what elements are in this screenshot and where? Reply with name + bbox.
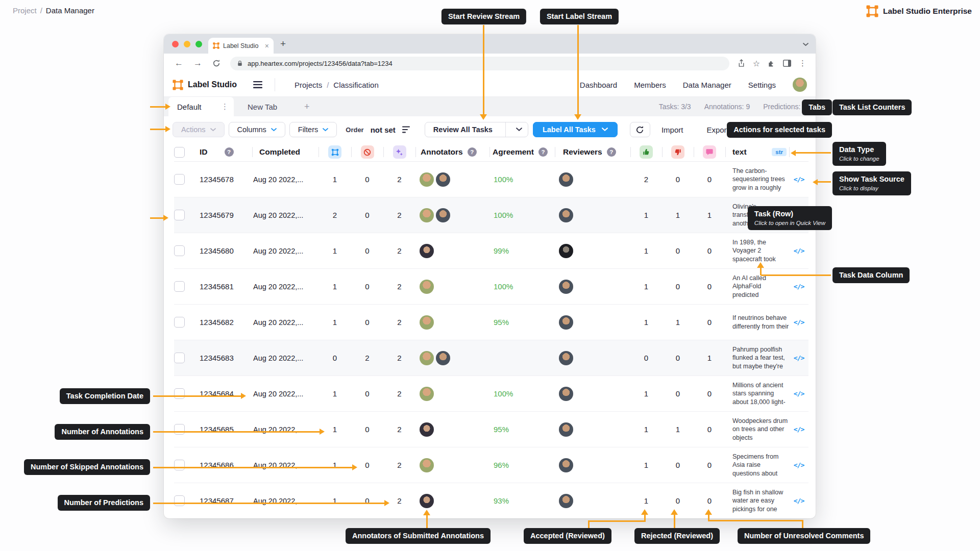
address-bar[interactable]: app.heartex.com/projects/123456/data?tab… bbox=[230, 57, 729, 70]
table-row[interactable]: 12345681Aug 20 2022,...102100%100An AI c… bbox=[174, 269, 808, 305]
nav-settings[interactable]: Settings bbox=[748, 81, 776, 89]
task-source-icon[interactable]: </> bbox=[794, 176, 804, 183]
avatar[interactable] bbox=[559, 315, 573, 330]
task-source-icon[interactable]: </> bbox=[794, 461, 804, 469]
nav-dashboard[interactable]: Dashboard bbox=[580, 81, 617, 89]
col-text-label[interactable]: text bbox=[732, 147, 747, 157]
sort-order-icon[interactable] bbox=[402, 126, 412, 133]
row-checkbox[interactable] bbox=[174, 353, 185, 363]
columns-dropdown[interactable]: Columns bbox=[229, 122, 285, 137]
table-row[interactable]: 12345686Aug 20 2022,...10296%100Specimen… bbox=[174, 447, 808, 483]
order-value[interactable]: not set bbox=[371, 126, 396, 134]
table-row[interactable]: 12345679Aug 20 2022,...202100%111Olivine… bbox=[174, 197, 808, 233]
avatar[interactable] bbox=[559, 422, 573, 437]
avatar[interactable] bbox=[420, 387, 434, 401]
col-agreement-label[interactable]: Agreement bbox=[493, 147, 534, 157]
browser-tab[interactable]: Label Studio × bbox=[208, 38, 274, 54]
row-checkbox[interactable] bbox=[174, 317, 185, 328]
user-avatar[interactable] bbox=[793, 78, 807, 92]
nav-members[interactable]: Members bbox=[634, 81, 666, 89]
browser-menu-icon[interactable]: ⋮ bbox=[799, 59, 806, 68]
tab-new-tab[interactable]: New Tab bbox=[234, 97, 291, 116]
row-checkbox[interactable] bbox=[174, 495, 185, 506]
avatar[interactable] bbox=[436, 351, 450, 365]
avatar[interactable] bbox=[420, 172, 434, 187]
avatar[interactable] bbox=[559, 208, 573, 222]
review-all-tasks-button[interactable]: Review All Tasks bbox=[425, 122, 528, 137]
avatar[interactable] bbox=[420, 458, 434, 472]
back-icon[interactable]: ← bbox=[171, 58, 187, 68]
avatar[interactable] bbox=[420, 244, 434, 258]
avatar[interactable] bbox=[420, 208, 434, 222]
row-checkbox[interactable] bbox=[174, 424, 185, 435]
import-button[interactable]: Import bbox=[655, 122, 690, 137]
avatar[interactable] bbox=[559, 494, 573, 508]
actions-dropdown[interactable]: Actions bbox=[173, 122, 225, 137]
add-tab-icon[interactable]: + bbox=[291, 102, 323, 112]
tab-search-chevron-icon[interactable] bbox=[803, 39, 808, 48]
comments-icon[interactable] bbox=[703, 145, 716, 159]
help-icon[interactable]: ? bbox=[607, 147, 616, 157]
help-icon[interactable]: ? bbox=[468, 147, 477, 157]
table-row[interactable]: 12345678Aug 20 2022,...102100%200The car… bbox=[174, 162, 808, 197]
data-type-badge[interactable]: str bbox=[772, 148, 787, 156]
task-source-icon[interactable]: </> bbox=[794, 247, 804, 255]
table-row[interactable]: 12345680Aug 20 2022,...10299%100In 1989,… bbox=[174, 233, 808, 269]
table-row[interactable]: 12345687Aug 20 2022,...10293%100Big fish… bbox=[174, 483, 808, 518]
side-panel-icon[interactable] bbox=[783, 60, 791, 67]
bookmark-star-icon[interactable]: ☆ bbox=[753, 59, 760, 68]
row-checkbox[interactable] bbox=[174, 388, 185, 399]
avatar[interactable] bbox=[559, 172, 573, 187]
filters-dropdown[interactable]: Filters bbox=[289, 122, 337, 137]
extensions-icon[interactable] bbox=[768, 60, 775, 67]
tab-options-icon[interactable]: ⋮ bbox=[221, 102, 229, 111]
avatar[interactable] bbox=[559, 351, 573, 365]
window-zoom-button[interactable] bbox=[195, 41, 202, 47]
col-id-label[interactable]: ID bbox=[200, 147, 208, 157]
accepted-icon[interactable] bbox=[640, 145, 653, 159]
help-icon[interactable]: ? bbox=[225, 147, 234, 157]
avatar[interactable] bbox=[559, 280, 573, 294]
task-source-icon[interactable]: </> bbox=[794, 425, 804, 433]
avatar[interactable] bbox=[436, 172, 450, 187]
reload-icon[interactable] bbox=[209, 59, 224, 67]
table-row[interactable]: 12345684Aug 20 2022,...102100%100Million… bbox=[174, 376, 808, 412]
help-icon[interactable]: ? bbox=[538, 147, 548, 157]
avatar[interactable] bbox=[420, 494, 434, 508]
predictions-icon[interactable] bbox=[393, 145, 406, 159]
col-annotators-label[interactable]: Annotators bbox=[421, 147, 463, 157]
tab-default[interactable]: Default ⋮ bbox=[168, 97, 234, 116]
avatar[interactable] bbox=[420, 280, 434, 294]
task-source-icon[interactable]: </> bbox=[794, 283, 804, 290]
table-row[interactable]: 12345682Aug 20 2022,...10295%110If neutr… bbox=[174, 305, 808, 340]
rejected-icon[interactable] bbox=[671, 145, 684, 159]
select-all-checkbox[interactable] bbox=[174, 147, 185, 158]
task-source-icon[interactable]: </> bbox=[794, 390, 804, 397]
window-close-button[interactable] bbox=[172, 41, 179, 47]
row-checkbox[interactable] bbox=[174, 281, 185, 292]
task-source-icon[interactable]: </> bbox=[794, 354, 804, 362]
row-checkbox[interactable] bbox=[174, 460, 185, 470]
row-checkbox[interactable] bbox=[174, 174, 185, 185]
avatar[interactable] bbox=[436, 208, 450, 222]
row-checkbox[interactable] bbox=[174, 210, 185, 220]
row-checkbox[interactable] bbox=[174, 245, 185, 256]
table-row[interactable]: 12345683Aug 20 2022,...022001Pahrump poo… bbox=[174, 340, 808, 376]
breadcrumb-section[interactable]: Project bbox=[13, 6, 37, 15]
col-reviewers-label[interactable]: Reviewers bbox=[563, 147, 602, 157]
label-all-tasks-button[interactable]: Label All Tasks bbox=[533, 122, 618, 137]
avatar[interactable] bbox=[420, 422, 434, 437]
avatar[interactable] bbox=[420, 351, 434, 365]
nav-data-manager[interactable]: Data Manager bbox=[683, 81, 731, 89]
avatar[interactable] bbox=[559, 458, 573, 472]
annotation-count-icon[interactable] bbox=[328, 145, 341, 159]
window-minimize-button[interactable] bbox=[184, 41, 190, 47]
avatar[interactable] bbox=[559, 244, 573, 258]
refresh-button[interactable] bbox=[630, 122, 650, 137]
chevron-down-icon[interactable] bbox=[510, 128, 528, 132]
table-row[interactable]: 12345685Aug 20 2022,...10295%110Woodpeck… bbox=[174, 412, 808, 447]
skipped-annotations-icon[interactable] bbox=[361, 145, 374, 159]
share-icon[interactable] bbox=[738, 59, 745, 67]
forward-icon[interactable]: → bbox=[190, 58, 206, 68]
hamburger-menu-icon[interactable] bbox=[253, 81, 262, 88]
